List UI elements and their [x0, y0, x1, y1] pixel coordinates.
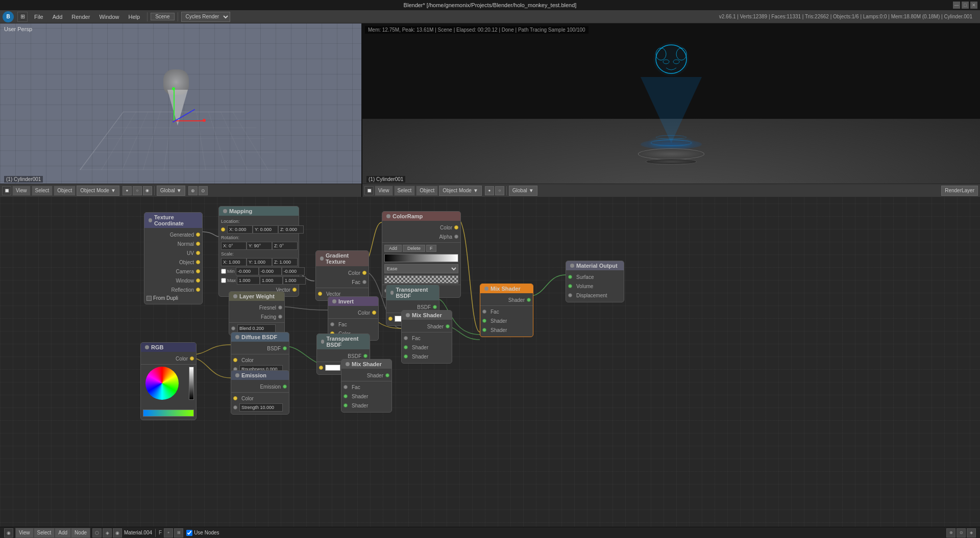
vp-right-icon[interactable]: 🔲 [364, 186, 374, 195]
vp-right-wire-btn[interactable]: ○ [495, 186, 504, 195]
rotation-x-input[interactable] [221, 242, 247, 250]
vp-right-transform-selector[interactable]: Global▼ [509, 186, 537, 196]
menu-file[interactable]: File [30, 13, 47, 21]
status-icon[interactable]: ◉ [4, 528, 13, 537]
emission-node[interactable]: Emission Emission Color [231, 370, 289, 415]
material-output-node[interactable]: Material Output Surface Volume Displacem… [566, 261, 624, 302]
rotation-y-input[interactable] [247, 242, 272, 250]
mix-shader-active-node[interactable]: Mix Shader Shader Fac Shader S [480, 284, 533, 337]
status-icon-3[interactable]: ◉ [113, 528, 122, 537]
select-menu-btn[interactable]: Select [34, 528, 55, 538]
color-wheel[interactable] [145, 367, 179, 400]
rgb-node[interactable]: RGB Color [140, 342, 197, 420]
workspace-icon[interactable]: ⊞ [17, 12, 28, 22]
vp-right-solid-btn[interactable]: ● [485, 186, 494, 195]
minimize-button[interactable]: — [953, 2, 960, 9]
vp-right-select-btn[interactable]: Select [394, 186, 415, 196]
colorramp-alpha-out: Alpha [382, 232, 460, 241]
node-menu-btn[interactable]: Node [71, 528, 90, 538]
gradient-texture-node[interactable]: Gradient Texture Color Fac Vector [315, 250, 369, 301]
add-stop-btn[interactable]: Add [384, 245, 402, 252]
object-mode-selector[interactable]: Object Mode▼ [77, 186, 119, 196]
render-engine-selector[interactable]: Cycles Render [181, 12, 230, 22]
use-nodes-status-checkbox[interactable] [186, 530, 192, 536]
node-editor[interactable]: Texture Coordinate Generated Normal UV O… [0, 197, 980, 538]
menu-help[interactable]: Help [125, 13, 144, 21]
max-y-input[interactable] [260, 276, 283, 285]
renderlayer-selector[interactable]: RenderLayer [941, 186, 978, 196]
node-output-reflection: Reflection [144, 285, 202, 294]
solid-mode-btn[interactable]: ● [122, 186, 132, 195]
socket-mix2-shader2-in [344, 403, 348, 407]
socket-invert-fac-in [330, 322, 334, 326]
vp-right-object-btn[interactable]: Object [416, 186, 438, 196]
menu-add[interactable]: Add [48, 13, 67, 21]
strength-input[interactable] [239, 403, 283, 412]
max-x-input[interactable] [237, 276, 260, 285]
window-controls[interactable]: — □ ✕ [953, 2, 977, 9]
location-x-input[interactable] [227, 225, 253, 234]
color-swatch-2[interactable] [325, 365, 340, 371]
layer-weight-node[interactable]: Layer Weight Fresnel Facing [229, 291, 285, 336]
location-z-input[interactable] [278, 225, 304, 234]
transform-selector[interactable]: Global▼ [157, 186, 185, 196]
status-action-1[interactable]: + [164, 528, 173, 537]
mapping-node[interactable]: Mapping Location: Rotation: Scale: [218, 206, 299, 297]
view-menu-btn[interactable]: View [15, 528, 34, 538]
proportional-btn[interactable]: ⊙ [199, 186, 208, 195]
wire-mode-btn[interactable]: ○ [133, 186, 142, 195]
node-body-mix1: Shader Fac Shader Shader [402, 320, 452, 363]
delete-stop-btn[interactable]: Delete [403, 245, 425, 252]
mix-shader-1-node[interactable]: Mix Shader Shader Fac Shader S [401, 310, 452, 364]
vp-left-icon[interactable]: 🔲 [2, 186, 11, 195]
node-icon [390, 291, 394, 295]
value-strip[interactable] [189, 367, 194, 400]
min-checkbox[interactable] [221, 269, 226, 274]
menu-window[interactable]: Window [95, 13, 123, 21]
maximize-button[interactable]: □ [962, 2, 969, 9]
snap-btn[interactable]: ⊕ [188, 186, 198, 195]
status-right-3[interactable]: ◈ [967, 528, 976, 537]
status-action-2[interactable]: ⊞ [174, 528, 183, 537]
max-row: Max [219, 276, 299, 285]
workspace-selector[interactable]: Scene [151, 13, 174, 20]
vp-select-btn[interactable]: Select [32, 186, 53, 196]
scale-z-input[interactable] [272, 258, 298, 266]
vp-view-btn[interactable]: View [12, 186, 31, 196]
min-z-input[interactable] [282, 267, 305, 275]
location-label: Location: [219, 218, 299, 225]
menu-render[interactable]: Render [67, 13, 94, 21]
min-x-input[interactable] [236, 267, 259, 275]
status-icon-1[interactable]: ⬡ [92, 528, 102, 537]
scale-x-input[interactable] [221, 258, 247, 266]
vp-right-mode-selector[interactable]: Object Mode▼ [439, 186, 482, 196]
from-dupli-checkbox[interactable] [146, 296, 152, 301]
rendered-mode-btn[interactable]: ◉ [143, 186, 152, 195]
vp-right-view-btn[interactable]: View [375, 186, 393, 196]
texture-coordinate-node[interactable]: Texture Coordinate Generated Normal UV O… [144, 212, 203, 304]
status-right-1[interactable]: ⊕ [946, 528, 955, 537]
min-y-input[interactable] [259, 267, 282, 275]
max-z-input[interactable] [283, 276, 306, 285]
viewport-left[interactable]: User Persp (1) Cylinder001 [0, 23, 362, 197]
rotation-z-input[interactable] [272, 242, 298, 250]
location-y-input[interactable] [253, 225, 278, 234]
node-header-material-output: Material Output [566, 261, 624, 270]
mix-shader-2-node[interactable]: Mix Shader Shader Fac Shader S [341, 359, 392, 413]
mix1-shader-out: Shader [402, 322, 452, 331]
blend-input[interactable] [237, 324, 276, 332]
gradient-fac-out: Fac [316, 277, 369, 287]
max-checkbox[interactable] [221, 278, 226, 283]
socket-mix-active-shader2-in [482, 328, 486, 332]
status-icon-2[interactable]: ◈ [103, 528, 112, 537]
status-right-2[interactable]: ⊙ [957, 528, 966, 537]
color-wheel-container [143, 367, 194, 407]
interpolation-selector[interactable]: Ease [384, 264, 458, 273]
colorramp-gradient[interactable] [384, 254, 458, 262]
viewport-right[interactable]: Mem: 12.75M, Peak: 13.61M | Scene | Elap… [362, 23, 980, 197]
flip-btn[interactable]: F [426, 245, 436, 252]
add-menu-btn[interactable]: Add [55, 528, 71, 538]
vp-object-btn[interactable]: Object [54, 186, 76, 196]
close-button[interactable]: ✕ [970, 2, 977, 9]
scale-y-input[interactable] [247, 258, 272, 266]
